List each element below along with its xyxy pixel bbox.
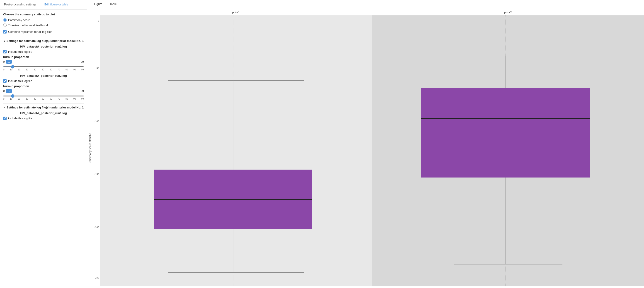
prior2-header-label: Settings for estimate log file(s) under … xyxy=(6,106,84,109)
burn-in-label-1-2: burn-in proportion xyxy=(3,84,84,88)
figure-container: Parsimony score statistic prior1 prior2 … xyxy=(87,8,644,288)
right-panel: Figure Table Parsimony score statistic p… xyxy=(87,0,644,288)
section-title: Choose the summary statistic to plot xyxy=(3,13,84,16)
tab-edit-figure[interactable]: Edit figure or table xyxy=(40,0,72,9)
slider-ticks-1-2: 0 10 20 30 40 50 60 70 80 90 99 xyxy=(3,98,84,100)
combine-replicates-item[interactable]: Combine replicates for all log files xyxy=(3,30,84,33)
median-prior1 xyxy=(154,199,312,200)
include-logfile-1-1-label: include this log file xyxy=(8,50,32,53)
tab-table[interactable]: Table xyxy=(106,0,120,8)
include-logfile-1-1-checkbox[interactable] xyxy=(3,50,6,53)
y-tick-100: -100 xyxy=(94,120,100,123)
y-tick-200: -200 xyxy=(94,226,100,229)
y-axis-label: Parsimony score statistic xyxy=(87,11,93,286)
radio-parsimony-input[interactable] xyxy=(3,18,6,22)
whisker-bottom-prior2 xyxy=(454,264,562,265)
include-logfile-1-2-checkbox[interactable] xyxy=(3,79,6,83)
burn-in-max-1-2: 99 xyxy=(81,89,84,93)
burn-in-slider-1-2[interactable] xyxy=(3,96,84,96)
burn-in-label-1-1: burn-in proportion xyxy=(3,55,84,59)
right-tab-bar: Figure Table xyxy=(87,0,644,8)
collapse-arrow-2: ▲ xyxy=(3,106,6,109)
combine-replicates-checkbox[interactable] xyxy=(3,30,6,33)
chart-area: Parsimony score statistic prior1 prior2 … xyxy=(87,11,644,286)
y-tick-150: -150 xyxy=(94,173,100,176)
whisker-top-prior1 xyxy=(168,80,304,81)
prior1-header[interactable]: ▲ Settings for estimate log file(s) unde… xyxy=(3,39,84,42)
burn-in-max-1-1: 99 xyxy=(81,60,84,63)
tab-post-processing[interactable]: Post-processing settings xyxy=(0,0,40,9)
col-label-prior2: prior2 xyxy=(372,11,644,15)
logfile-1-1-name: HIV_datasetA_posterior_run1.log xyxy=(3,45,84,48)
burn-in-min-1-2: 0 xyxy=(3,89,5,93)
logfile-2-1-name: HIV_datasetA_posterior_run1.log xyxy=(3,111,84,115)
plot-wrapper: 0 -50 -100 -150 -200 -250 xyxy=(100,15,644,286)
burn-in-slider-1-1[interactable] xyxy=(3,66,84,67)
slider-container-1-2: 0 10 20 30 40 50 60 70 80 90 99 xyxy=(3,94,84,100)
include-logfile-1-2-label: include this log file xyxy=(8,79,32,83)
chart-inner: prior1 prior2 0 -50 -100 -150 -200 -250 xyxy=(93,11,644,286)
radio-parsimony[interactable]: Parsimony score xyxy=(3,18,84,22)
prior1-header-label: Settings for estimate log file(s) under … xyxy=(6,39,84,42)
logfile-1-2-name: HIV_datasetA_posterior_run2.log xyxy=(3,74,84,77)
burn-in-section-1-1: burn-in proportion 0 10 99 0 10 20 30 40… xyxy=(3,55,84,71)
include-logfile-2-1-checkbox[interactable] xyxy=(3,117,6,120)
combine-replicates-group: Combine replicates for all log files xyxy=(3,30,84,33)
whisker-vert-bottom-prior1 xyxy=(233,229,234,272)
burn-in-value-1-2: 10 xyxy=(6,89,12,93)
y-tick-50: -50 xyxy=(96,67,100,70)
radio-parsimony-label: Parsimony score xyxy=(8,18,30,22)
radio-tipwise-input[interactable] xyxy=(3,23,6,27)
radio-tipwise[interactable]: Tip-wise multinomial likelihood xyxy=(3,23,84,27)
radio-tipwise-label: Tip-wise multinomial likelihood xyxy=(8,23,48,27)
plot-panel-prior2 xyxy=(372,15,644,286)
burn-in-section-1-2: burn-in proportion 0 10 99 0 10 20 30 40… xyxy=(3,84,84,100)
burn-in-row-1-1: 0 10 99 xyxy=(3,60,84,64)
slider-container-1-1: 0 10 20 30 40 50 60 70 80 90 99 xyxy=(3,64,84,71)
median-prior2 xyxy=(421,118,590,119)
ref-line-prior2 xyxy=(372,21,644,21)
statistic-radio-group: Parsimony score Tip-wise multinomial lik… xyxy=(3,18,84,27)
include-logfile-1-1[interactable]: include this log file xyxy=(3,50,84,53)
include-logfile-2-1[interactable]: include this log file xyxy=(3,117,84,120)
prior2-header[interactable]: ▲ Settings for estimate log file(s) unde… xyxy=(3,106,84,109)
burn-in-value-1-1: 10 xyxy=(6,60,12,64)
whisker-bottom-prior1 xyxy=(168,272,304,273)
include-logfile-2-1-label: include this log file xyxy=(8,117,32,120)
whisker-vert-top-prior1 xyxy=(233,80,234,170)
col-label-prior1: prior1 xyxy=(100,11,372,15)
slider-ticks-1-1: 0 10 20 30 40 50 60 70 80 90 99 xyxy=(3,68,84,71)
tab-figure[interactable]: Figure xyxy=(90,0,106,8)
left-panel: Post-processing settings Edit figure or … xyxy=(0,0,87,288)
include-logfile-1-2[interactable]: include this log file xyxy=(3,79,84,83)
whisker-top-prior2 xyxy=(440,56,576,56)
y-axis-ticks: 0 -50 -100 -150 -200 -250 xyxy=(93,15,100,286)
burn-in-min-1-1: 0 xyxy=(3,60,5,63)
y-tick-250: -250 xyxy=(94,277,100,279)
left-tab-bar: Post-processing settings Edit figure or … xyxy=(0,0,87,9)
whisker-vert-top-prior2 xyxy=(505,56,506,88)
collapse-arrow-1: ▲ xyxy=(3,40,6,42)
chart-cols-header: prior1 prior2 xyxy=(100,11,644,15)
panel-content: Choose the summary statistic to plot Par… xyxy=(0,9,87,125)
plot-panel-prior1 xyxy=(100,15,372,286)
burn-in-row-1-2: 0 10 99 xyxy=(3,89,84,93)
y-tick-0: 0 xyxy=(98,19,100,22)
whisker-vert-bottom-prior2 xyxy=(505,178,506,264)
box-prior2 xyxy=(421,88,590,178)
ref-line-prior1 xyxy=(100,21,372,21)
combine-replicates-label: Combine replicates for all log files xyxy=(8,30,52,33)
